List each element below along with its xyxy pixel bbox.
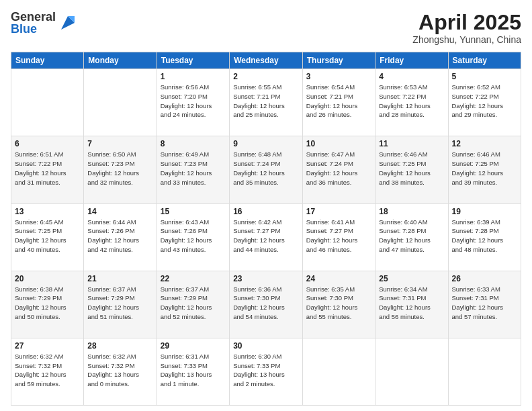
day-num-17: 17: [306, 207, 371, 216]
calendar-table: Sunday Monday Tuesday Wednesday Thursday…: [11, 52, 521, 406]
logo-icon: [58, 13, 77, 32]
cell-2-0: 13Sunrise: 6:45 AM Sunset: 7:25 PM Dayli…: [11, 203, 84, 271]
col-sunday: Sunday: [11, 52, 84, 69]
calendar-page: General Blue April 2025 Zhongshu, Yunnan…: [0, 0, 532, 411]
cell-0-4: 3Sunrise: 6:54 AM Sunset: 7:21 PM Daylig…: [302, 69, 375, 136]
cell-4-1: 28Sunrise: 6:32 AM Sunset: 7:32 PM Dayli…: [84, 338, 157, 405]
week-row-3: 20Sunrise: 6:38 AM Sunset: 7:29 PM Dayli…: [11, 271, 521, 338]
cell-3-5: 25Sunrise: 6:34 AM Sunset: 7:31 PM Dayli…: [375, 271, 448, 338]
cell-1-6: 12Sunrise: 6:46 AM Sunset: 7:25 PM Dayli…: [448, 136, 521, 203]
col-wednesday: Wednesday: [230, 52, 303, 69]
cell-3-6: 26Sunrise: 6:33 AM Sunset: 7:31 PM Dayli…: [448, 271, 521, 338]
cell-2-5: 18Sunrise: 6:40 AM Sunset: 7:28 PM Dayli…: [375, 203, 448, 271]
cell-0-1: [84, 69, 157, 136]
day-num-14: 14: [87, 207, 152, 216]
day-info-19: Sunrise: 6:39 AM Sunset: 7:28 PM Dayligh…: [452, 218, 518, 255]
day-info-22: Sunrise: 6:37 AM Sunset: 7:29 PM Dayligh…: [161, 285, 226, 322]
day-num-6: 6: [15, 139, 80, 148]
day-num-10: 10: [306, 139, 371, 148]
col-saturday: Saturday: [448, 52, 521, 69]
day-info-14: Sunrise: 6:44 AM Sunset: 7:26 PM Dayligh…: [87, 218, 152, 255]
cell-0-5: 4Sunrise: 6:53 AM Sunset: 7:22 PM Daylig…: [375, 69, 448, 136]
day-info-18: Sunrise: 6:40 AM Sunset: 7:28 PM Dayligh…: [379, 218, 444, 255]
day-info-12: Sunrise: 6:46 AM Sunset: 7:25 PM Dayligh…: [452, 150, 518, 187]
location: Zhongshu, Yunnan, China: [412, 34, 521, 45]
col-thursday: Thursday: [302, 52, 375, 69]
cell-4-6: [448, 338, 521, 405]
col-tuesday: Tuesday: [157, 52, 229, 69]
day-num-8: 8: [161, 139, 226, 148]
day-info-11: Sunrise: 6:46 AM Sunset: 7:25 PM Dayligh…: [379, 150, 444, 187]
day-num-29: 29: [161, 341, 226, 351]
day-info-28: Sunrise: 6:32 AM Sunset: 7:32 PM Dayligh…: [87, 352, 152, 389]
week-row-1: 6Sunrise: 6:51 AM Sunset: 7:22 PM Daylig…: [11, 136, 521, 203]
day-num-1: 1: [161, 72, 226, 81]
cell-3-3: 23Sunrise: 6:36 AM Sunset: 7:30 PM Dayli…: [230, 271, 303, 338]
day-num-20: 20: [15, 274, 80, 283]
day-num-4: 4: [379, 72, 444, 81]
cell-1-4: 10Sunrise: 6:47 AM Sunset: 7:24 PM Dayli…: [302, 136, 375, 203]
day-num-15: 15: [161, 207, 226, 216]
day-num-28: 28: [87, 341, 152, 351]
day-info-21: Sunrise: 6:37 AM Sunset: 7:29 PM Dayligh…: [87, 285, 152, 322]
day-info-9: Sunrise: 6:48 AM Sunset: 7:24 PM Dayligh…: [233, 150, 299, 187]
cell-2-3: 16Sunrise: 6:42 AM Sunset: 7:27 PM Dayli…: [230, 203, 303, 271]
cell-3-2: 22Sunrise: 6:37 AM Sunset: 7:29 PM Dayli…: [157, 271, 229, 338]
day-info-15: Sunrise: 6:43 AM Sunset: 7:26 PM Dayligh…: [161, 218, 226, 255]
header-row: Sunday Monday Tuesday Wednesday Thursday…: [11, 52, 521, 69]
logo-general-text: General: [11, 11, 56, 23]
cell-1-3: 9Sunrise: 6:48 AM Sunset: 7:24 PM Daylig…: [230, 136, 303, 203]
day-info-26: Sunrise: 6:33 AM Sunset: 7:31 PM Dayligh…: [452, 285, 518, 322]
day-num-13: 13: [15, 207, 80, 216]
cell-4-4: [302, 338, 375, 405]
day-info-29: Sunrise: 6:31 AM Sunset: 7:33 PM Dayligh…: [161, 352, 226, 389]
day-info-16: Sunrise: 6:42 AM Sunset: 7:27 PM Dayligh…: [233, 218, 299, 255]
day-num-22: 22: [161, 274, 226, 283]
col-friday: Friday: [375, 52, 448, 69]
cell-4-0: 27Sunrise: 6:32 AM Sunset: 7:32 PM Dayli…: [11, 338, 84, 405]
day-info-10: Sunrise: 6:47 AM Sunset: 7:24 PM Dayligh…: [306, 150, 371, 187]
cell-2-4: 17Sunrise: 6:41 AM Sunset: 7:27 PM Dayli…: [302, 203, 375, 271]
day-num-11: 11: [379, 139, 444, 148]
day-num-9: 9: [233, 139, 299, 148]
day-info-3: Sunrise: 6:54 AM Sunset: 7:21 PM Dayligh…: [306, 83, 371, 120]
day-info-2: Sunrise: 6:55 AM Sunset: 7:21 PM Dayligh…: [233, 83, 299, 120]
day-num-18: 18: [379, 207, 444, 216]
day-num-2: 2: [233, 72, 299, 81]
day-info-1: Sunrise: 6:56 AM Sunset: 7:20 PM Dayligh…: [161, 83, 226, 120]
day-num-12: 12: [452, 139, 518, 148]
cell-1-0: 6Sunrise: 6:51 AM Sunset: 7:22 PM Daylig…: [11, 136, 84, 203]
day-info-27: Sunrise: 6:32 AM Sunset: 7:32 PM Dayligh…: [15, 352, 80, 389]
cell-0-0: [11, 69, 84, 136]
day-num-19: 19: [452, 207, 518, 216]
day-info-8: Sunrise: 6:49 AM Sunset: 7:23 PM Dayligh…: [161, 150, 226, 187]
cell-3-4: 24Sunrise: 6:35 AM Sunset: 7:30 PM Dayli…: [302, 271, 375, 338]
day-info-24: Sunrise: 6:35 AM Sunset: 7:30 PM Dayligh…: [306, 285, 371, 322]
cell-4-2: 29Sunrise: 6:31 AM Sunset: 7:33 PM Dayli…: [157, 338, 229, 405]
week-row-4: 27Sunrise: 6:32 AM Sunset: 7:32 PM Dayli…: [11, 338, 521, 405]
day-info-7: Sunrise: 6:50 AM Sunset: 7:23 PM Dayligh…: [87, 150, 152, 187]
day-info-13: Sunrise: 6:45 AM Sunset: 7:25 PM Dayligh…: [15, 218, 80, 255]
day-num-21: 21: [87, 274, 152, 283]
header: General Blue April 2025 Zhongshu, Yunnan…: [11, 11, 521, 45]
cell-1-1: 7Sunrise: 6:50 AM Sunset: 7:23 PM Daylig…: [84, 136, 157, 203]
day-info-17: Sunrise: 6:41 AM Sunset: 7:27 PM Dayligh…: [306, 218, 371, 255]
cell-4-5: [375, 338, 448, 405]
month-title: April 2025: [412, 11, 521, 34]
day-info-4: Sunrise: 6:53 AM Sunset: 7:22 PM Dayligh…: [379, 83, 444, 120]
day-info-5: Sunrise: 6:52 AM Sunset: 7:22 PM Dayligh…: [452, 83, 518, 120]
day-info-23: Sunrise: 6:36 AM Sunset: 7:30 PM Dayligh…: [233, 285, 299, 322]
col-monday: Monday: [84, 52, 157, 69]
title-block: April 2025 Zhongshu, Yunnan, China: [412, 11, 521, 45]
day-num-26: 26: [452, 274, 518, 283]
week-row-2: 13Sunrise: 6:45 AM Sunset: 7:25 PM Dayli…: [11, 203, 521, 271]
cell-1-2: 8Sunrise: 6:49 AM Sunset: 7:23 PM Daylig…: [157, 136, 229, 203]
day-info-20: Sunrise: 6:38 AM Sunset: 7:29 PM Dayligh…: [15, 285, 80, 322]
cell-0-6: 5Sunrise: 6:52 AM Sunset: 7:22 PM Daylig…: [448, 69, 521, 136]
day-num-23: 23: [233, 274, 299, 283]
day-num-16: 16: [233, 207, 299, 216]
day-num-27: 27: [15, 341, 80, 351]
cell-2-1: 14Sunrise: 6:44 AM Sunset: 7:26 PM Dayli…: [84, 203, 157, 271]
day-info-30: Sunrise: 6:30 AM Sunset: 7:33 PM Dayligh…: [233, 352, 299, 389]
day-num-30: 30: [233, 341, 299, 351]
